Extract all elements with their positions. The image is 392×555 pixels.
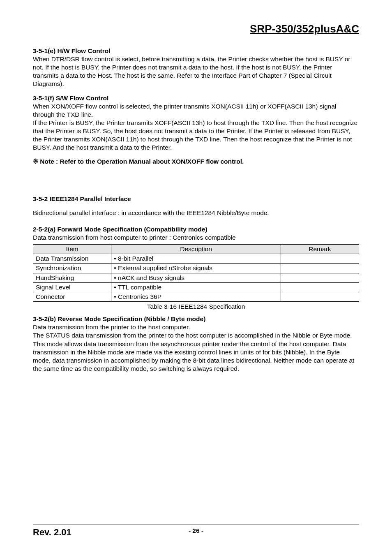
table-cell-desc: • TTL compatible bbox=[111, 282, 281, 292]
section-3-5-1e-title: 3-5-1(e) H/W Flow Control bbox=[33, 47, 359, 55]
section-3-5-2b-title: 3-5-2(b) Reverse Mode Specification (Nib… bbox=[33, 315, 359, 323]
table-row: Connector • Centronics 36P bbox=[33, 292, 359, 301]
table-cell-remark bbox=[281, 282, 359, 292]
page-footer: Rev. 2.01 - 26 - bbox=[33, 525, 359, 539]
table-header-remark: Remark bbox=[281, 245, 359, 254]
table-header-row: Item Description Remark bbox=[33, 245, 359, 254]
section-3-5-1f-body2: If the Printer is BUSY, the Printer tran… bbox=[33, 119, 359, 152]
section-3-5-2-body: Bidirectional parallel interface : in ac… bbox=[33, 209, 359, 217]
section-2-5-2a-body: Data transmission from host computer to … bbox=[33, 234, 359, 242]
table-cell-item: Signal Level bbox=[33, 282, 111, 292]
note-xon-xoff: ※ Note : Refer to the Operation Manual a… bbox=[33, 157, 359, 166]
page-number: - 26 - bbox=[33, 527, 359, 535]
table-cell-desc: • Centronics 36P bbox=[111, 292, 281, 301]
table-header-description: Description bbox=[111, 245, 281, 254]
table-cell-remark bbox=[281, 292, 359, 301]
table-cell-item: Data Transmission bbox=[33, 254, 111, 264]
table-cell-desc: • External supplied nStrobe signals bbox=[111, 264, 281, 273]
table-cell-item: Synchronization bbox=[33, 264, 111, 273]
table-cell-remark bbox=[281, 273, 359, 282]
table-caption: Table 3-16 IEEE1284 Specification bbox=[33, 303, 359, 311]
section-3-5-2b-body1: Data transmission from the printer to th… bbox=[33, 323, 359, 331]
table-cell-remark bbox=[281, 254, 359, 264]
table-cell-item: HandShaking bbox=[33, 273, 111, 282]
ieee1284-spec-table: Item Description Remark Data Transmissio… bbox=[33, 244, 359, 302]
section-3-5-2b-body2: The STATUS data transmission from the pr… bbox=[33, 331, 359, 373]
section-3-5-1f-title: 3-5-1(f) S/W Flow Control bbox=[33, 94, 359, 102]
table-row: Signal Level • TTL compatible bbox=[33, 282, 359, 292]
table-row: HandShaking • nACK and Busy signals bbox=[33, 273, 359, 282]
table-cell-desc: • nACK and Busy signals bbox=[111, 273, 281, 282]
section-3-5-1e-body: When DTR/DSR flow control is select, bef… bbox=[33, 55, 359, 88]
table-header-item: Item bbox=[33, 245, 111, 254]
document-header-title: SRP-350/352plusA&C bbox=[33, 22, 359, 36]
table-cell-desc: • 8-bit Parallel bbox=[111, 254, 281, 264]
section-3-5-1f-body1: When XON/XOFF flow control is selected, … bbox=[33, 102, 359, 119]
section-3-5-2-title: 3-5-2 IEEE1284 Parallel Interface bbox=[33, 195, 359, 203]
table-cell-item: Connector bbox=[33, 292, 111, 301]
table-row: Synchronization • External supplied nStr… bbox=[33, 264, 359, 273]
section-2-5-2a-title: 2-5-2(a) Forward Mode Specification (Com… bbox=[33, 225, 359, 234]
table-cell-remark bbox=[281, 264, 359, 273]
table-row: Data Transmission • 8-bit Parallel bbox=[33, 254, 359, 264]
